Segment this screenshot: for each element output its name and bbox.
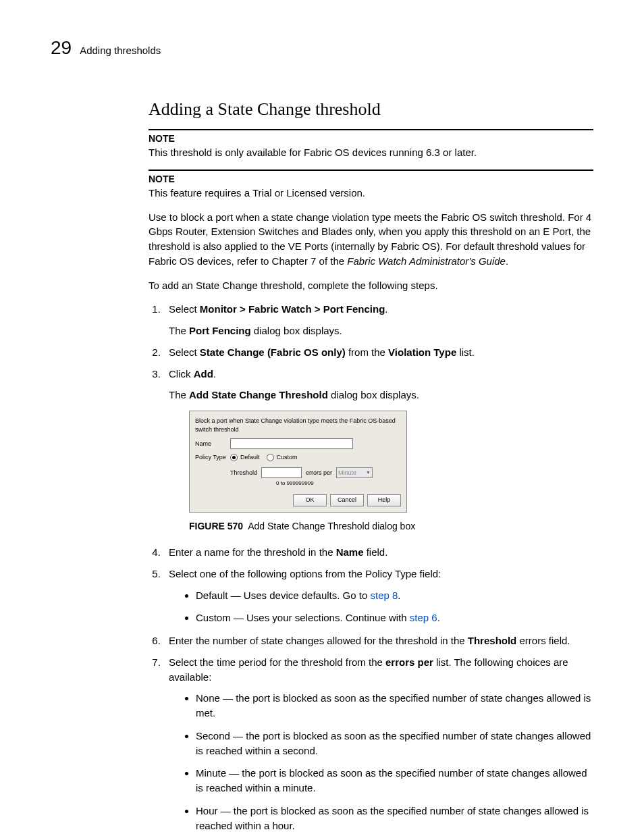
cancel-button[interactable]: Cancel bbox=[330, 494, 364, 506]
step-7: Select the time period for the threshold… bbox=[163, 655, 593, 833]
text: Default — Uses device defaults. Go to bbox=[196, 590, 370, 601]
book-title: Fabric Watch Administrator's Guide bbox=[347, 255, 506, 267]
radio-icon bbox=[267, 454, 274, 461]
dialog-description: Block a port when State Change violation… bbox=[195, 417, 401, 434]
step-6: Enter the number of state changes allowe… bbox=[163, 633, 593, 648]
radio-icon bbox=[230, 454, 238, 461]
radio-label: Custom bbox=[277, 453, 298, 462]
note-label: NOTE bbox=[149, 174, 593, 184]
figure-caption: FIGURE 570 Add State Change Threshold di… bbox=[189, 519, 593, 533]
text: Custom — Uses your selections. Continue … bbox=[196, 612, 410, 623]
radio-default[interactable]: Default bbox=[230, 453, 260, 462]
name-input[interactable] bbox=[230, 438, 353, 449]
step-link[interactable]: step 8 bbox=[370, 590, 398, 601]
bullet: None — the port is blocked as soon as th… bbox=[196, 691, 593, 721]
policy-type-label: Policy Type bbox=[195, 453, 230, 462]
figure-label: FIGURE 570 bbox=[189, 521, 243, 531]
help-button[interactable]: Help bbox=[367, 494, 401, 506]
text: Click bbox=[169, 368, 194, 380]
bullet: Hour — the port is blocked as soon as th… bbox=[196, 804, 593, 833]
chevron-down-icon: ▼ bbox=[366, 469, 371, 476]
text: Enter a name for the threshold in the bbox=[169, 546, 336, 558]
text: The bbox=[169, 389, 189, 400]
figure-text: Add State Change Threshold dialog box bbox=[248, 521, 415, 531]
intro-paragraph: Use to block a port when a state change … bbox=[149, 210, 593, 269]
menu-path: Monitor > Fabric Watch > Port Fencing bbox=[200, 303, 385, 315]
step-link[interactable]: step 6 bbox=[410, 612, 437, 623]
text: dialog box displays. bbox=[328, 389, 419, 400]
step-2: Select State Change (Fabric OS only) fro… bbox=[163, 345, 593, 360]
bullet: Custom — Uses your selections. Continue … bbox=[196, 610, 593, 625]
dialog-screenshot: Block a port when State Change violation… bbox=[189, 411, 407, 513]
period-dropdown[interactable]: Minute ▼ bbox=[336, 467, 373, 478]
list-name: errors per bbox=[385, 656, 433, 668]
ok-button[interactable]: OK bbox=[293, 494, 327, 506]
threshold-label: Threshold bbox=[230, 469, 257, 477]
step-5: Select one of the following options from… bbox=[163, 567, 593, 625]
bullet: Minute — the port is blocked as soon as … bbox=[196, 766, 593, 796]
rule bbox=[149, 129, 593, 130]
field-name: Threshold bbox=[468, 635, 517, 646]
bullet: Default — Uses device defaults. Go to st… bbox=[196, 588, 593, 603]
list-name: Violation Type bbox=[388, 346, 456, 358]
errors-per-label: errors per bbox=[306, 469, 332, 477]
text: . bbox=[437, 612, 440, 623]
chapter-number: 29 bbox=[51, 37, 72, 59]
step-1: Select Monitor > Fabric Watch > Port Fen… bbox=[163, 302, 593, 338]
text: Select the time period for the threshold… bbox=[169, 656, 385, 668]
threshold-range: 0 to 999999999 bbox=[276, 479, 401, 488]
text: The bbox=[169, 325, 189, 336]
page-header: 29 Adding thresholds bbox=[51, 37, 593, 59]
bullet: Second — the port is blocked as soon as … bbox=[196, 729, 593, 758]
option-name: State Change (Fabric OS only) bbox=[200, 346, 346, 358]
step-4: Enter a name for the threshold in the Na… bbox=[163, 545, 593, 560]
text: Select bbox=[169, 303, 200, 315]
text: . bbox=[385, 303, 387, 315]
note-body: This threshold is only available for Fab… bbox=[149, 145, 593, 160]
note-label: NOTE bbox=[149, 133, 593, 144]
section-title: Adding a State Change threshold bbox=[149, 99, 593, 120]
step-3: Click Add. The Add State Change Threshol… bbox=[163, 367, 593, 533]
button-name: Add bbox=[194, 368, 213, 380]
text: Select one of the following options from… bbox=[169, 568, 441, 579]
field-name: Name bbox=[336, 546, 364, 558]
dropdown-value: Minute bbox=[338, 469, 356, 477]
text: errors field. bbox=[516, 635, 570, 646]
dialog-name: Add State Change Threshold bbox=[189, 389, 328, 400]
text: field. bbox=[364, 546, 388, 558]
text: dialog box displays. bbox=[251, 325, 342, 336]
dialog-name: Port Fencing bbox=[189, 325, 251, 336]
text: . bbox=[506, 255, 508, 267]
text: from the bbox=[346, 346, 388, 358]
threshold-input[interactable] bbox=[261, 467, 302, 478]
intro-paragraph: To add an State Change threshold, comple… bbox=[149, 278, 593, 293]
rule bbox=[149, 170, 593, 171]
text: . bbox=[213, 368, 216, 380]
header-title: Adding thresholds bbox=[80, 45, 161, 56]
text: list. bbox=[456, 346, 475, 358]
radio-custom[interactable]: Custom bbox=[267, 453, 298, 462]
radio-label: Default bbox=[240, 453, 260, 462]
text: Select bbox=[169, 346, 200, 358]
name-label: Name bbox=[195, 440, 230, 448]
text: Enter the number of state changes allowe… bbox=[169, 635, 468, 646]
text: . bbox=[398, 590, 400, 601]
note-body: This feature requires a Trial or License… bbox=[149, 186, 593, 201]
